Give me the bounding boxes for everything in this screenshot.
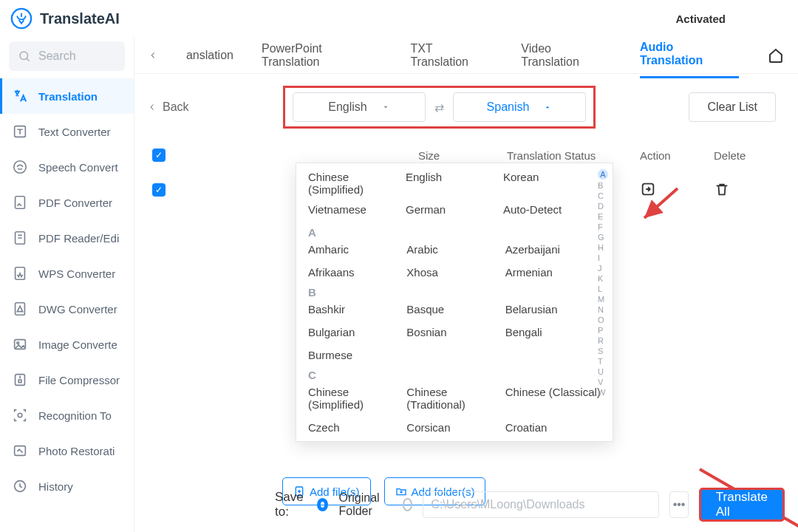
nav: Translation Text Converter Speech Conver…: [0, 78, 134, 504]
save-to-label: Save to:: [275, 490, 307, 519]
alpha-letter[interactable]: M: [598, 295, 608, 304]
lang-option[interactable]: Vietnamese: [308, 203, 406, 216]
radio-original-folder[interactable]: [317, 498, 329, 511]
alpha-index[interactable]: ABCDEFGHIJKLMNOPRSTUVW: [598, 169, 608, 397]
lang-option[interactable]: Chinese (Classical): [505, 386, 601, 411]
alpha-letter[interactable]: P: [598, 326, 608, 335]
alpha-letter[interactable]: B: [598, 181, 608, 190]
compress-icon: [12, 372, 28, 388]
pdf-icon: [12, 194, 28, 211]
lang-option[interactable]: Burmese: [308, 349, 403, 361]
sidebar-item-speech-convert[interactable]: Speech Convert: [0, 149, 134, 185]
lang-option[interactable]: Auto-Detect: [503, 203, 601, 216]
tab-video[interactable]: Video Translation: [521, 33, 612, 78]
alpha-letter[interactable]: J: [598, 264, 608, 273]
tab-truncated[interactable]: anslation: [186, 40, 233, 71]
alpha-letter[interactable]: A: [598, 169, 608, 180]
sidebar-item-image-converter[interactable]: Image Converte: [0, 327, 134, 362]
sidebar-item-label: File Compressor: [38, 374, 120, 386]
language-dropdown: Chinese (Simplified) English Korean Viet…: [296, 163, 613, 442]
lang-option[interactable]: Chinese (Simplified): [308, 386, 403, 411]
sidebar-item-pdf-reader[interactable]: PDF Reader/Edi: [0, 220, 134, 256]
sidebar-item-label: PDF Reader/Edi: [38, 232, 119, 245]
browse-button[interactable]: •••: [669, 491, 688, 518]
alpha-letter[interactable]: R: [598, 336, 608, 345]
col-delete: Delete: [714, 149, 780, 162]
lang-option[interactable]: Arabic: [406, 243, 502, 256]
lang-option[interactable]: Bosnian: [406, 326, 502, 338]
source-language-select[interactable]: English: [293, 92, 426, 122]
lang-option[interactable]: Belarusian: [505, 303, 601, 316]
alpha-letter[interactable]: F: [598, 222, 608, 231]
chevron-left-icon[interactable]: [148, 50, 158, 61]
alpha-letter[interactable]: G: [598, 233, 608, 242]
save-path-input[interactable]: C:\Users\MLoong\Downloads: [423, 491, 659, 518]
translate-all-button[interactable]: Translate All: [699, 488, 785, 522]
swap-icon[interactable]: ⇄: [434, 100, 444, 115]
sidebar-item-text-converter[interactable]: Text Converter: [0, 114, 134, 149]
lang-option[interactable]: Croatian: [505, 421, 601, 434]
speech-icon: [12, 159, 28, 175]
alpha-letter[interactable]: D: [598, 202, 608, 211]
sidebar-item-recognition[interactable]: Recognition To: [0, 398, 134, 433]
clear-list-button[interactable]: Clear List: [689, 92, 776, 122]
photo-icon: [12, 443, 28, 459]
alpha-letter[interactable]: O: [598, 316, 608, 324]
lang-option[interactable]: Bashkir: [308, 303, 403, 316]
tab-powerpoint[interactable]: PowerPoint Translation: [262, 33, 382, 78]
svg-point-16: [18, 413, 22, 417]
lang-option[interactable]: Chinese (Simplified): [308, 171, 406, 196]
save-row: Save to: Original Folder C:\Users\MLoong…: [275, 488, 785, 522]
back-button[interactable]: Back: [148, 100, 189, 114]
sidebar-item-file-compressor[interactable]: File Compressor: [0, 362, 134, 398]
alpha-letter[interactable]: S: [598, 347, 608, 355]
alpha-letter[interactable]: H: [598, 243, 608, 252]
lang-option[interactable]: Basque: [406, 303, 502, 316]
dwg-icon: [12, 301, 28, 317]
radio-custom-path[interactable]: [403, 498, 413, 511]
lang-option[interactable]: German: [406, 203, 503, 216]
alpha-letter[interactable]: V: [598, 378, 608, 386]
lang-option[interactable]: Czech: [308, 421, 403, 434]
alpha-letter[interactable]: N: [598, 305, 608, 314]
col-status: Translation Status: [507, 149, 640, 162]
sidebar-item-photo-restore[interactable]: Photo Restorati: [0, 433, 134, 468]
lang-option[interactable]: Korean: [503, 171, 601, 196]
svg-point-8: [14, 161, 27, 174]
section-letter: B: [308, 286, 601, 299]
lang-option[interactable]: Chinese (Traditional): [406, 386, 502, 411]
alpha-letter[interactable]: U: [598, 367, 608, 376]
lang-option[interactable]: Armenian: [505, 266, 601, 279]
alpha-letter[interactable]: K: [598, 274, 608, 283]
alpha-letter[interactable]: E: [598, 212, 608, 221]
lang-option[interactable]: Amharic: [308, 243, 403, 256]
alpha-letter[interactable]: T: [598, 357, 608, 366]
row-delete-button[interactable]: [714, 181, 780, 200]
lang-option[interactable]: Bengali: [505, 326, 601, 338]
sidebar-item-history[interactable]: History: [0, 468, 134, 504]
tab-txt[interactable]: TXT Translation: [410, 33, 493, 78]
home-icon[interactable]: [767, 47, 785, 64]
row-checkbox[interactable]: ✓: [152, 183, 166, 197]
sidebar-item-translation[interactable]: Translation: [0, 78, 134, 114]
target-language-select[interactable]: Spanish: [453, 92, 586, 122]
lang-option[interactable]: Bulgarian: [308, 326, 403, 338]
lang-option[interactable]: Afrikaans: [308, 266, 403, 279]
sidebar-item-label: Photo Restorati: [38, 445, 115, 457]
alpha-letter[interactable]: I: [598, 253, 608, 262]
alpha-letter[interactable]: L: [598, 284, 608, 293]
sidebar-item-pdf-converter[interactable]: PDF Converter: [0, 185, 134, 220]
section-letter: A: [308, 226, 601, 239]
sidebar-item-dwg-converter[interactable]: DWG Converter: [0, 291, 134, 327]
lang-option[interactable]: English: [406, 171, 503, 196]
lang-option[interactable]: Corsican: [406, 421, 502, 434]
tab-audio[interactable]: Audio Translation: [640, 32, 739, 78]
alpha-letter[interactable]: W: [598, 388, 608, 397]
row-action-button[interactable]: [640, 181, 714, 200]
select-all-checkbox[interactable]: ✓: [152, 149, 166, 162]
lang-option[interactable]: Azerbaijani: [505, 243, 601, 256]
alpha-letter[interactable]: C: [598, 191, 608, 200]
search-input[interactable]: Search: [9, 41, 125, 71]
lang-option[interactable]: Xhosa: [406, 266, 502, 279]
sidebar-item-wps-converter[interactable]: WPS Converter: [0, 256, 134, 291]
